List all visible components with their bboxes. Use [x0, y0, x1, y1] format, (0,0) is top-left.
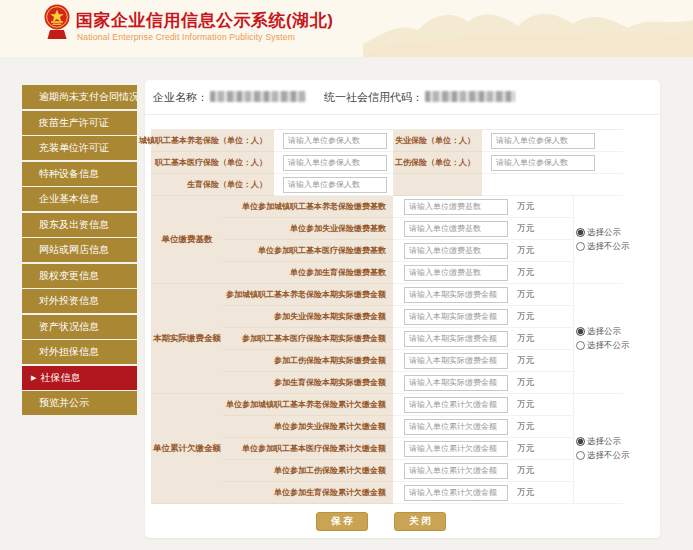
pension-paid-input[interactable] — [404, 287, 508, 303]
radio-not-public[interactable]: 选择不公示 — [576, 340, 630, 352]
injury-insured-input[interactable] — [491, 155, 595, 171]
unit-label: 万元 — [517, 267, 534, 279]
sidebar-item-basic-info[interactable]: 企业基本信息 — [22, 187, 137, 211]
unit-label: 万元 — [517, 311, 534, 323]
sidebar-item-preview-publish[interactable]: 预览并公示 — [22, 391, 137, 415]
unit-label: 万元 — [517, 289, 534, 301]
main-panel: 企业名称：统一社会信用代码： 城镇职工基本养老保险（单位：人） 失业保险（单位：… — [145, 80, 660, 538]
field-label: 单位参加失业保险累计欠缴金额 — [223, 416, 393, 438]
unemployment-paid-input[interactable] — [404, 309, 508, 325]
unit-label: 万元 — [517, 223, 534, 235]
company-info-bar: 企业名称：统一社会信用代码： — [145, 80, 660, 115]
radio-not-public-input[interactable] — [576, 341, 585, 350]
app-header: 国家企业信用信息公示系统(湖北) National Enterprise Cre… — [0, 0, 693, 57]
site-title: 国家企业信用信息公示系统(湖北) — [76, 9, 333, 32]
unit-label: 万元 — [517, 245, 534, 257]
pension-base-input[interactable] — [404, 199, 508, 215]
field-label: 职工基本医疗保险（单位：人） — [151, 152, 274, 174]
radio-public[interactable]: 选择公示 — [576, 326, 621, 338]
actual-payment-section: 本期实际缴费金额 参加城镇职工基本养老保险本期实际缴费金额 万元 参加失业保险本… — [151, 284, 623, 394]
unit-label: 万元 — [517, 333, 534, 345]
unemployment-base-input[interactable] — [404, 221, 508, 237]
active-arrow-icon: ▶ — [31, 374, 36, 381]
radio-not-public[interactable]: 选择不公示 — [576, 450, 630, 462]
redacted-credit-code — [425, 91, 515, 102]
injury-paid-input[interactable] — [404, 353, 508, 369]
radio-public-input[interactable] — [576, 437, 585, 446]
sidebar-item-special-equipment[interactable]: 特种设备信息 — [22, 162, 137, 186]
publicity-radio-group: 选择公示 选择不公示 — [573, 394, 623, 504]
maternity-paid-input[interactable] — [404, 375, 508, 391]
unit-label: 万元 — [517, 355, 534, 367]
field-cell: 万元 — [393, 438, 573, 460]
field-cell — [274, 130, 393, 152]
radio-not-public[interactable]: 选择不公示 — [576, 241, 630, 253]
unit-label: 万元 — [517, 487, 534, 499]
field-label: 单位参加生育保险累计欠缴金额 — [223, 482, 393, 504]
field-label: 单位参加职工基本医疗保险累计欠缴金额 — [223, 438, 393, 460]
medical-arrears-input[interactable] — [404, 441, 508, 457]
field-cell — [482, 152, 623, 174]
publicity-radio-group: 选择公示 选择不公示 — [573, 196, 623, 284]
publicity-radio-group: 选择公示 选择不公示 — [573, 284, 623, 394]
field-label: 单位参加城镇职工基本养老保险缴费基数 — [223, 196, 393, 218]
unit-label: 万元 — [517, 421, 534, 433]
group-label: 单位缴费基数 — [151, 196, 223, 284]
sidebar-item-shareholders[interactable]: 股东及出资信息 — [22, 213, 137, 237]
field-label: 参加生育保险本期实际缴费金额 — [223, 372, 393, 394]
radio-public-input[interactable] — [576, 228, 585, 237]
radio-public[interactable]: 选择公示 — [576, 227, 621, 239]
group-label: 单位累计欠缴金额 — [151, 394, 223, 504]
field-cell: 万元 — [393, 240, 573, 262]
national-emblem-logo — [44, 4, 70, 42]
field-label: 失业保险（单位：人） — [393, 130, 482, 152]
field-cell: 万元 — [393, 262, 573, 284]
maternity-base-input[interactable] — [404, 265, 508, 281]
medical-paid-input[interactable] — [404, 331, 508, 347]
field-cell: 万元 — [393, 328, 573, 350]
field-cell: 万元 — [393, 196, 573, 218]
injury-arrears-input[interactable] — [404, 463, 508, 479]
field-cell: 万元 — [393, 372, 573, 394]
sidebar-item-equity-change[interactable]: 股权变更信息 — [22, 264, 137, 288]
field-label: 单位参加失业保险缴费基数 — [223, 218, 393, 240]
field-cell — [274, 174, 393, 196]
pension-arrears-input[interactable] — [404, 397, 508, 413]
field-label: 单位参加生育保险缴费基数 — [223, 262, 393, 284]
empty-cell — [482, 174, 623, 196]
sidebar-item-overdue-contracts[interactable]: 逾期尚未支付合同情况 — [22, 85, 137, 109]
pension-insured-input[interactable] — [283, 133, 387, 149]
sidebar-item-vaccine-license[interactable]: 疫苗生产许可证 — [22, 111, 137, 135]
unemployment-insured-input[interactable] — [491, 133, 595, 149]
credit-code-label: 统一社会信用代码： — [324, 91, 423, 103]
unemployment-arrears-input[interactable] — [404, 419, 508, 435]
radio-public-input[interactable] — [576, 327, 585, 336]
sidebar-item-asset-status[interactable]: 资产状况信息 — [22, 315, 137, 339]
field-cell: 万元 — [393, 306, 573, 328]
maternity-arrears-input[interactable] — [404, 485, 508, 501]
field-label: 参加城镇职工基本养老保险本期实际缴费金额 — [223, 284, 393, 306]
sidebar-item-external-guarantee[interactable]: 对外担保信息 — [22, 340, 137, 364]
field-cell: 万元 — [393, 482, 573, 504]
sidebar-item-social-insurance[interactable]: ▶社保信息 — [22, 366, 137, 390]
field-cell: 万元 — [393, 350, 573, 372]
company-name-label: 企业名称： — [153, 91, 208, 103]
close-button[interactable]: 关 闭 — [394, 512, 446, 531]
sidebar-item-outbound-investment[interactable]: 对外投资信息 — [22, 289, 137, 313]
field-label: 城镇职工基本养老保险（单位：人） — [151, 130, 274, 152]
field-cell: 万元 — [393, 394, 573, 416]
field-label: 参加工伤保险本期实际缴费金额 — [223, 350, 393, 372]
arrears-section: 单位累计欠缴金额 单位参加城镇职工基本养老保险累计欠缴金额 万元 单位参加失业保… — [151, 394, 623, 504]
medical-insured-input[interactable] — [283, 155, 387, 171]
sidebar-item-website[interactable]: 网站或网店信息 — [22, 238, 137, 262]
save-button[interactable]: 保 存 — [316, 512, 368, 531]
sidebar-item-filling-unit-license[interactable]: 充装单位许可证 — [22, 136, 137, 160]
medical-base-input[interactable] — [404, 243, 508, 259]
insured-persons-section: 城镇职工基本养老保险（单位：人） 失业保险（单位：人） 职工基本医疗保险（单位：… — [151, 130, 623, 196]
maternity-insured-input[interactable] — [283, 177, 387, 193]
radio-not-public-input[interactable] — [576, 451, 585, 460]
radio-public[interactable]: 选择公示 — [576, 436, 621, 448]
radio-not-public-input[interactable] — [576, 242, 585, 251]
field-label: 单位参加工伤保险累计欠缴金额 — [223, 460, 393, 482]
field-label: 参加职工基本医疗保险本期实际缴费金额 — [223, 328, 393, 350]
